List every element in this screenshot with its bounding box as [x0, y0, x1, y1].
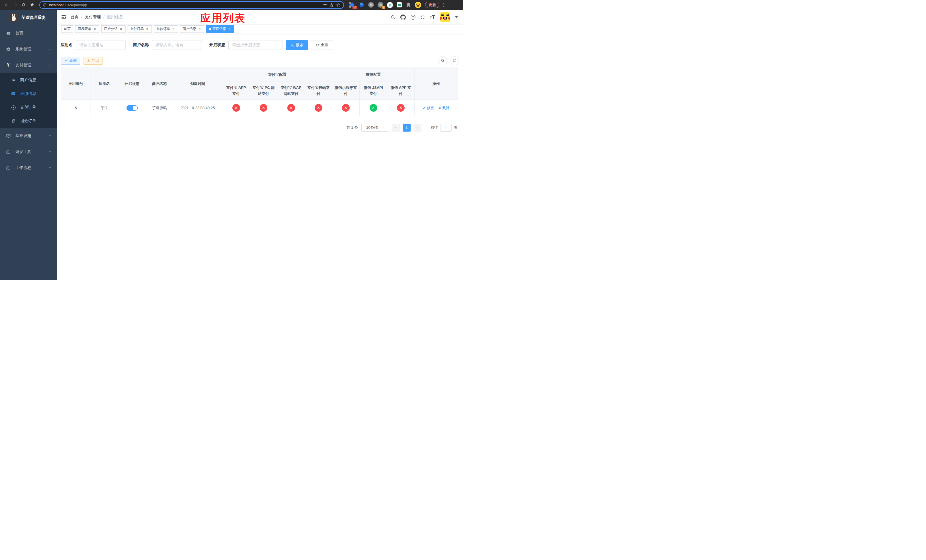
sidebar: 芋道管理系统 首页 系统管理 ¥ 支付管理	[0, 10, 57, 280]
url-text[interactable]: localhost:1024/pay/app	[49, 3, 320, 7]
sidebar-logo[interactable]: 芋道管理系统	[0, 10, 57, 25]
browser-menu-icon[interactable]	[441, 3, 445, 7]
add-button[interactable]: 新增	[61, 57, 80, 65]
search-icon[interactable]	[391, 15, 395, 20]
sidebar-item-label: 首页	[15, 31, 23, 36]
sidebar-item-dev-tools[interactable]: 研发工具	[0, 144, 57, 160]
close-icon[interactable]: ×	[198, 27, 201, 31]
close-icon[interactable]: ×	[93, 27, 97, 31]
profile-avatar-icon[interactable]	[415, 2, 421, 8]
table-toolbar: 新增 导出	[61, 56, 459, 65]
sidebar-item-refund-orders[interactable]: 退款订单	[0, 114, 57, 128]
browser-reload-icon[interactable]	[20, 1, 27, 9]
extensions-puzzle-icon[interactable]	[406, 2, 412, 8]
chat-extension-icon[interactable]	[396, 2, 402, 8]
gem-extension-icon[interactable]	[359, 2, 365, 8]
sidebar-item-payment[interactable]: ¥ 支付管理	[0, 57, 57, 73]
avatar-caret-icon[interactable]	[455, 16, 458, 18]
browser-update-button[interactable]: 更新	[425, 2, 439, 8]
breadcrumb-home[interactable]: 首页	[71, 15, 79, 20]
page-unit-label: 页	[454, 125, 458, 130]
sidebar-item-label: 基础设施	[15, 133, 31, 138]
sidebar-item-label: 系统管理	[15, 47, 31, 52]
table-tools	[438, 56, 459, 65]
shop-icon	[11, 78, 16, 82]
sidebar-item-payment-orders[interactable]: ¥ 支付订单	[0, 101, 57, 114]
breadcrumb: 首页 / 支付管理 / 应用信息	[71, 15, 123, 20]
export-button[interactable]: 导出	[83, 57, 103, 65]
cell-wechat-mini: ✕	[332, 100, 360, 116]
sidebar-item-home[interactable]: 首页	[0, 25, 57, 41]
close-icon[interactable]: ×	[171, 27, 176, 31]
sidebar-item-label: 退款订单	[20, 118, 36, 124]
breadcrumb-payment[interactable]: 支付管理	[85, 15, 101, 20]
share-icon[interactable]	[330, 3, 334, 7]
app-name-input[interactable]	[76, 40, 126, 50]
extension-badge: 1	[382, 6, 385, 9]
tab-process-form[interactable]: 流程表单 ×	[75, 25, 99, 33]
sidebar-item-app-info[interactable]: 应用信息	[0, 87, 57, 101]
show-search-button[interactable]	[438, 56, 447, 65]
browser-back-icon[interactable]	[3, 1, 10, 9]
search-button[interactable]: 搜索	[286, 40, 308, 50]
group-alipay-config: 支付宝配置	[222, 68, 332, 82]
sidebar-collapse-icon[interactable]	[57, 10, 71, 24]
tab-home[interactable]: 首页	[61, 25, 73, 33]
close-icon[interactable]: ×	[227, 27, 232, 31]
status-select[interactable]: 请选择开启状态	[228, 40, 283, 50]
yudao-extension-icon[interactable]: y	[387, 2, 393, 8]
bookmark-star-icon[interactable]	[336, 3, 340, 7]
url-path: :1024/pay/app	[64, 3, 87, 7]
browser-home-icon[interactable]	[29, 1, 36, 9]
tab-label: 流程表单	[78, 26, 91, 31]
prev-page-button[interactable]	[392, 124, 400, 132]
top-navbar: 首页 / 支付管理 / 应用信息 ? T	[57, 10, 463, 24]
tab-app-info[interactable]: 应用信息 ×	[206, 25, 234, 33]
pinned-extension-icon[interactable]: 10	[349, 2, 356, 8]
goto-page-input[interactable]	[440, 124, 452, 132]
sidebar-item-system[interactable]: 系统管理	[0, 41, 57, 57]
navbar-actions: ? TT	[391, 12, 463, 22]
font-size-icon[interactable]: TT	[430, 14, 435, 20]
site-info-icon[interactable]	[43, 3, 47, 7]
user-avatar[interactable]	[440, 12, 450, 22]
tab-refund-orders[interactable]: 退款订单 ×	[154, 25, 178, 33]
status-toggle[interactable]	[126, 105, 138, 111]
reset-button[interactable]: 重置	[311, 40, 333, 50]
sidebar-item-infrastructure[interactable]: 基础设施	[0, 128, 57, 144]
sidebar-item-label: 商户信息	[20, 77, 36, 83]
sidebar-item-merchant-info[interactable]: 商户信息	[0, 73, 57, 87]
close-icon[interactable]: ×	[119, 27, 123, 31]
col-app-name: 应用名	[91, 68, 118, 100]
delete-button[interactable]: 删除	[438, 105, 449, 110]
col-app-id: 应用编号	[61, 68, 91, 100]
tab-user-group[interactable]: 用户分组 ×	[101, 25, 126, 33]
sidebar-item-workflow[interactable]: 工作流程	[0, 160, 57, 176]
github-icon[interactable]	[400, 15, 406, 20]
tab-payment-orders[interactable]: 支付订单 ×	[127, 25, 152, 33]
refresh-table-button[interactable]	[450, 56, 459, 65]
payment-submenu: 商户信息 应用信息 ¥ 支付订单 退款订单	[0, 73, 57, 128]
cell-created: 2021-10-23 08:49:25	[173, 100, 222, 116]
browser-forward-icon[interactable]	[11, 1, 19, 9]
fullscreen-icon[interactable]	[420, 15, 425, 20]
notify-extension-icon[interactable]: 1	[377, 2, 384, 8]
filter-form: 应用名 商户名称 开启状态 请选择开启状态 搜索 重置	[61, 40, 459, 50]
tab-merchant-info[interactable]: 商户信息 ×	[180, 25, 204, 33]
page-size-select[interactable]: 10条/页	[362, 124, 389, 132]
command-extension-icon[interactable]: ⌘	[368, 2, 374, 8]
pagination: 共 1 条 10条/页 1 前往 页	[61, 124, 458, 132]
col-created: 创建时间	[173, 68, 222, 100]
cell-alipay-wap: ✕	[277, 100, 305, 116]
password-key-icon[interactable]	[322, 3, 327, 7]
address-bar[interactable]: localhost:1024/pay/app	[39, 1, 344, 9]
next-page-button[interactable]	[413, 124, 421, 132]
edit-button[interactable]: 修改	[422, 105, 434, 110]
merchant-name-input[interactable]	[152, 40, 202, 50]
page-number-button[interactable]: 1	[402, 124, 411, 132]
refresh-icon	[316, 43, 319, 47]
sidebar-item-label: 支付订单	[20, 105, 36, 110]
close-icon[interactable]: ×	[145, 27, 149, 31]
col-alipay-app: 支付宝 APP 支付	[222, 82, 250, 100]
help-icon[interactable]: ?	[411, 15, 415, 20]
